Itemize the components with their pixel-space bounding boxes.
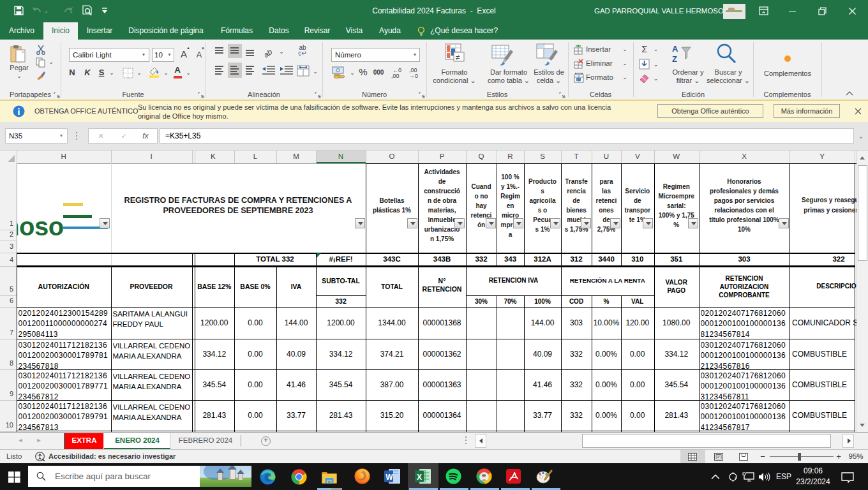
svg-text:Z: Z	[672, 54, 677, 64]
svg-text:→0: →0	[409, 73, 418, 79]
svg-text:X: X	[417, 473, 422, 482]
svg-text:,00: ,00	[391, 73, 400, 79]
svg-text:W: W	[385, 473, 393, 482]
svg-text:≠: ≠	[456, 53, 460, 62]
svg-text:A: A	[672, 44, 678, 54]
